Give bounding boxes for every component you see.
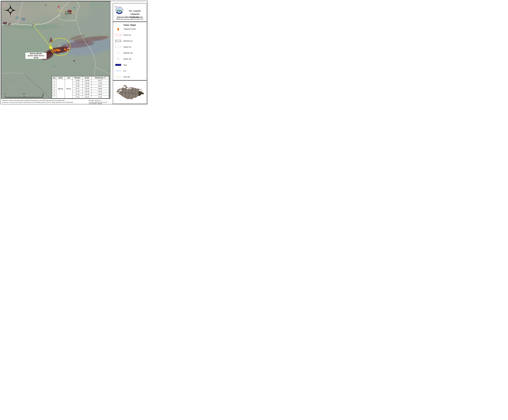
cell-temp: 45.56	[91, 93, 109, 96]
cell-sum: Булган	[65, 79, 73, 98]
cell-no: 6	[52, 93, 56, 96]
cell-lat: 47.70	[73, 82, 82, 85]
cell-lat: 47.70	[73, 96, 82, 98]
map-datetime: (2026 оны 4 дүгээр сарын 29-ний 15:47)	[113, 18, 147, 20]
mongolia-inset-panel	[113, 80, 147, 104]
table-row: 1 Дорнод Булган 47.69 114.50 54.27	[52, 79, 109, 82]
compass-e-label: E	[16, 9, 16, 11]
col-header-aimag: Аймаг	[56, 76, 65, 79]
legend-panel: Таних тэмдэг Түймрийн голомт Улсын хил А…	[113, 22, 147, 80]
cell-no: 3	[52, 85, 56, 87]
legend-item-aimag-center: Аймгийн төв	[113, 51, 147, 55]
legend-item-fire: Түймрийн голомт	[113, 27, 147, 31]
fire-icon-3-4	[57, 49, 61, 51]
cell-lon: 114.28	[82, 93, 91, 96]
cell-no: 7	[52, 96, 56, 98]
legend-item-soum-center: Сумын төв	[113, 57, 147, 61]
cell-lat: 47.70	[73, 90, 82, 93]
legend-item-soum-border: Сумын хил	[113, 45, 147, 49]
soum-center-icon	[118, 58, 119, 60]
footer-website[interactable]: Вэб хуудас: www.icc.mn	[89, 100, 101, 101]
city-label-bulgan: Булган	[34, 23, 39, 25]
river-icon	[115, 71, 121, 71]
fire-icon-2	[64, 48, 66, 50]
road-icon	[115, 77, 121, 77]
satellite-map: N S W E Баянтүмэн Чойбалсан Булган 1 2 3…	[1, 1, 110, 99]
col-header-sum: Сум	[65, 76, 73, 79]
map-subtitle: Дорнод аймгийн Булган сум	[113, 16, 147, 18]
fire-icon	[113, 28, 123, 30]
cell-temp: 57.35	[91, 82, 109, 85]
legend-label: Нуур	[123, 64, 127, 66]
footer-source-line1: Ашигласан эх мэдээ: Aqua хиймэл дагуулын…	[2, 100, 65, 101]
cell-no: 4	[52, 87, 56, 90]
fire-number-4: 4	[60, 45, 61, 47]
compass-rose-icon: N S W E	[4, 5, 16, 16]
legend-label: Сумын төв	[123, 58, 131, 60]
fire-number-2: 2	[66, 45, 67, 47]
soum-center-marker-bayantumen	[65, 11, 66, 13]
cell-lat: 47.69	[73, 79, 82, 82]
fire-number-6: 6	[54, 52, 55, 54]
scale-bar: 0 30 60 км	[5, 93, 43, 98]
fire-data-table: д/д Аймаг Сум Өргөрөг Уртраг Температур,…	[52, 76, 109, 98]
legend-title: Таних тэмдэг	[113, 24, 147, 26]
legend-label: Аймгийн хил	[123, 40, 133, 42]
fire-number-1: 1	[68, 46, 69, 48]
cell-lon: 114.50	[82, 79, 91, 82]
country-border-icon	[115, 34, 121, 36]
compass-n-label: N	[10, 5, 11, 5]
legend-label: Аймгийн төв	[123, 52, 132, 54]
lake-icon	[115, 64, 121, 66]
legend-label: Гол	[123, 70, 126, 72]
cell-temp: 54.27	[91, 79, 109, 82]
legend-item-road: Авто зам	[113, 75, 147, 79]
col-header-lon: Уртраг	[82, 76, 91, 79]
mongolia-inset-map	[114, 82, 145, 102]
scale-label-0: 0	[5, 93, 6, 95]
cell-lon: 114.46	[82, 82, 91, 85]
title-panel: СУДАЛГАА, МЭДЭЭЛЛИЙН ХҮРЭЭЛЭН УС ЦАГ УУР…	[113, 3, 147, 22]
map-title-line1: Ой, хээрийн түймрийн	[124, 9, 146, 15]
col-header-no: д/д	[52, 76, 56, 79]
aimag-border-icon	[115, 40, 121, 42]
legend-item-aimag-border: Аймгийн хил	[113, 39, 147, 43]
cell-no: 1	[52, 79, 56, 82]
city-label-choibalsan: Чойбалсан	[67, 12, 75, 14]
compass-w-label: W	[4, 9, 6, 11]
soum-center-marker-bulgan	[32, 24, 34, 26]
legend-label: Авто зам	[123, 76, 130, 78]
cell-lon: 114.32	[82, 90, 91, 93]
legend-item-country-border: Улсын хил	[113, 33, 147, 37]
callout-line1: Дорнод аймгийн	[25, 53, 46, 55]
cell-lon: 114.25	[82, 96, 91, 98]
soum-center-marker-choibalsan	[65, 13, 67, 15]
fire-number-5: 5	[59, 46, 60, 48]
footer-email[interactable]: Э-шуудан: rs@irimhe.namem.gov.mn	[89, 102, 107, 103]
distance-callout: Дорнод аймгийн Булган сумаас 40.9 км зай…	[25, 53, 46, 59]
forest-fire-map-sheet: N S W E Баянтүмэн Чойбалсан Булган 1 2 3…	[0, 0, 149, 105]
scale-bar-line	[5, 96, 43, 98]
legend-item-lake: Нуур	[113, 63, 147, 67]
cell-no: 5	[52, 90, 56, 93]
cell-aimag: Дорнод	[56, 79, 65, 98]
city-label-bayantumen: Баянтүмэн	[57, 10, 65, 12]
satellite-icon	[115, 6, 117, 8]
legend-label: Сумын хил	[123, 46, 131, 48]
aimag-center-icon	[118, 52, 119, 53]
fire-number-3: 3	[61, 52, 62, 55]
capital-dot	[133, 91, 133, 92]
footer-phone: Утас: 70110635, 70110638	[89, 103, 102, 104]
fire-icon-1	[66, 49, 68, 52]
cell-no: 2	[52, 82, 56, 85]
soum-border-icon	[115, 46, 121, 48]
col-header-lat: Өргөрөг	[73, 76, 82, 79]
callout-line2: Булган сумаас 40.9 км	[25, 55, 46, 57]
callout-line3: зайтай	[25, 57, 46, 59]
cell-temp: 59.32	[91, 90, 109, 93]
cell-lon: 114.35	[82, 87, 91, 90]
col-header-temp: Температур, °С	[91, 76, 109, 79]
cell-lat: 47.70	[73, 93, 82, 96]
fire-number-7: 7	[51, 46, 52, 49]
cell-lat: 47.69	[73, 85, 82, 87]
